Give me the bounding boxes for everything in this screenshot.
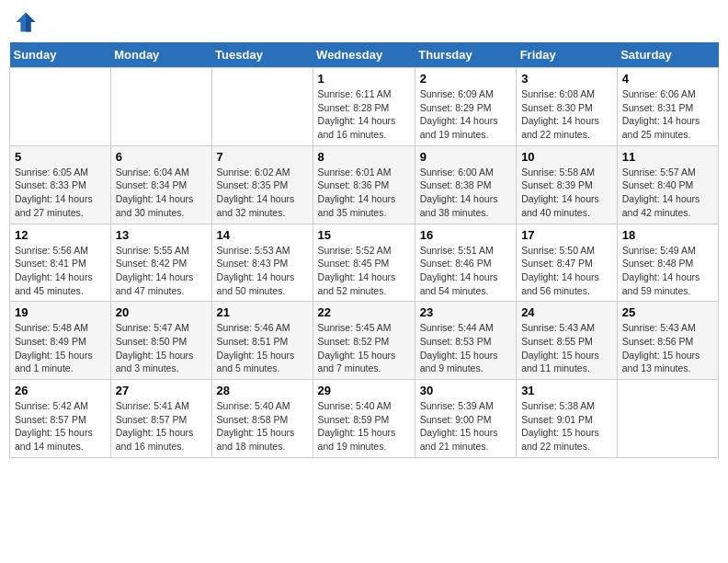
day-number: 17 (521, 228, 612, 242)
day-of-week-header: Saturday (617, 42, 718, 68)
day-number: 25 (622, 305, 713, 319)
day-info: Sunrise: 6:11 AM Sunset: 8:28 PM Dayligh… (318, 87, 410, 142)
calendar-cell: 17Sunrise: 5:50 AM Sunset: 8:47 PM Dayli… (517, 224, 618, 302)
day-number: 24 (521, 305, 612, 319)
day-info: Sunrise: 5:43 AM Sunset: 8:56 PM Dayligh… (622, 321, 713, 375)
calendar-cell (10, 68, 111, 146)
day-info: Sunrise: 5:39 AM Sunset: 9:00 PM Dayligh… (420, 399, 511, 454)
day-info: Sunrise: 6:02 AM Sunset: 8:35 PM Dayligh… (217, 166, 308, 220)
day-info: Sunrise: 5:51 AM Sunset: 8:46 PM Dayligh… (420, 244, 511, 298)
calendar-cell: 24Sunrise: 5:43 AM Sunset: 8:55 PM Dayli… (517, 302, 618, 380)
calendar-cell: 28Sunrise: 5:40 AM Sunset: 8:58 PM Dayli… (211, 380, 313, 458)
day-number: 11 (622, 150, 713, 164)
day-number: 6 (116, 150, 207, 164)
calendar-cell: 1Sunrise: 6:11 AM Sunset: 8:28 PM Daylig… (313, 68, 415, 146)
day-info: Sunrise: 5:40 AM Sunset: 8:59 PM Dayligh… (318, 399, 410, 454)
calendar-cell: 19Sunrise: 5:48 AM Sunset: 8:49 PM Dayli… (10, 302, 111, 380)
calendar-cell: 7Sunrise: 6:02 AM Sunset: 8:35 PM Daylig… (211, 145, 313, 224)
day-number: 23 (420, 305, 511, 319)
day-number: 10 (521, 150, 612, 164)
calendar-cell: 21Sunrise: 5:46 AM Sunset: 8:51 PM Dayli… (211, 302, 313, 380)
calendar-cell: 12Sunrise: 5:56 AM Sunset: 8:41 PM Dayli… (10, 224, 111, 302)
calendar-cell: 5Sunrise: 6:05 AM Sunset: 8:33 PM Daylig… (10, 145, 111, 224)
day-info: Sunrise: 6:08 AM Sunset: 8:30 PM Dayligh… (521, 87, 612, 142)
day-number: 3 (521, 72, 612, 86)
logo-icon (13, 9, 39, 35)
day-number: 7 (217, 150, 308, 164)
day-number: 4 (622, 72, 713, 86)
calendar-cell: 10Sunrise: 5:58 AM Sunset: 8:39 PM Dayli… (517, 145, 618, 224)
calendar-cell: 20Sunrise: 5:47 AM Sunset: 8:50 PM Dayli… (110, 302, 211, 380)
day-info: Sunrise: 6:01 AM Sunset: 8:36 PM Dayligh… (318, 166, 410, 220)
calendar-cell: 30Sunrise: 5:39 AM Sunset: 9:00 PM Dayli… (415, 380, 516, 458)
calendar-week-row: 5Sunrise: 6:05 AM Sunset: 8:33 PM Daylig… (10, 145, 719, 224)
day-info: Sunrise: 5:56 AM Sunset: 8:41 PM Dayligh… (15, 244, 106, 298)
calendar-cell: 23Sunrise: 5:44 AM Sunset: 8:53 PM Dayli… (415, 302, 516, 380)
day-info: Sunrise: 5:58 AM Sunset: 8:39 PM Dayligh… (521, 166, 612, 220)
day-info: Sunrise: 6:09 AM Sunset: 8:29 PM Dayligh… (420, 87, 511, 142)
day-number: 26 (15, 384, 106, 397)
day-number: 31 (521, 384, 612, 397)
day-number: 12 (15, 228, 106, 242)
day-info: Sunrise: 5:49 AM Sunset: 8:48 PM Dayligh… (622, 244, 713, 298)
calendar-week-row: 19Sunrise: 5:48 AM Sunset: 8:49 PM Dayli… (10, 302, 719, 380)
day-number: 19 (15, 305, 106, 319)
day-number: 18 (622, 228, 713, 242)
day-number: 21 (217, 305, 308, 319)
calendar-cell: 11Sunrise: 5:57 AM Sunset: 8:40 PM Dayli… (617, 145, 718, 224)
day-info: Sunrise: 6:06 AM Sunset: 8:31 PM Dayligh… (622, 87, 713, 142)
calendar-cell: 29Sunrise: 5:40 AM Sunset: 8:59 PM Dayli… (313, 380, 415, 458)
day-info: Sunrise: 5:53 AM Sunset: 8:43 PM Dayligh… (217, 244, 308, 298)
logo (13, 9, 42, 35)
day-info: Sunrise: 5:44 AM Sunset: 8:53 PM Dayligh… (420, 321, 511, 375)
day-number: 1 (318, 72, 410, 86)
day-number: 9 (420, 150, 511, 164)
day-number: 14 (217, 228, 308, 242)
day-number: 28 (217, 384, 308, 397)
calendar-cell: 3Sunrise: 6:08 AM Sunset: 8:30 PM Daylig… (517, 68, 618, 146)
day-of-week-header: Thursday (415, 42, 516, 68)
calendar-week-row: 1Sunrise: 6:11 AM Sunset: 8:28 PM Daylig… (10, 68, 719, 146)
calendar-week-row: 12Sunrise: 5:56 AM Sunset: 8:41 PM Dayli… (10, 224, 719, 302)
svg-marker-1 (26, 13, 36, 32)
day-number: 15 (318, 228, 410, 242)
calendar-cell: 9Sunrise: 6:00 AM Sunset: 8:38 PM Daylig… (415, 145, 516, 224)
calendar-table: SundayMondayTuesdayWednesdayThursdayFrid… (9, 42, 719, 458)
day-number: 30 (420, 384, 511, 397)
calendar-cell: 15Sunrise: 5:52 AM Sunset: 8:45 PM Dayli… (313, 224, 415, 302)
day-info: Sunrise: 5:43 AM Sunset: 8:55 PM Dayligh… (521, 321, 612, 375)
day-of-week-header: Wednesday (313, 42, 415, 68)
day-info: Sunrise: 5:40 AM Sunset: 8:58 PM Dayligh… (217, 399, 308, 454)
calendar-cell: 27Sunrise: 5:41 AM Sunset: 8:57 PM Dayli… (110, 380, 211, 458)
day-info: Sunrise: 6:00 AM Sunset: 8:38 PM Dayligh… (420, 166, 511, 220)
calendar-cell: 2Sunrise: 6:09 AM Sunset: 8:29 PM Daylig… (415, 68, 516, 146)
day-number: 5 (15, 150, 106, 164)
calendar-cell: 13Sunrise: 5:55 AM Sunset: 8:42 PM Dayli… (110, 224, 211, 302)
day-number: 27 (116, 384, 207, 397)
calendar-cell (211, 68, 313, 146)
day-info: Sunrise: 5:50 AM Sunset: 8:47 PM Dayligh… (521, 244, 612, 298)
calendar-cell: 18Sunrise: 5:49 AM Sunset: 8:48 PM Dayli… (617, 224, 718, 302)
day-number: 13 (116, 228, 207, 242)
day-number: 2 (420, 72, 511, 86)
day-info: Sunrise: 5:46 AM Sunset: 8:51 PM Dayligh… (217, 321, 308, 375)
day-number: 29 (318, 384, 410, 397)
calendar-cell: 14Sunrise: 5:53 AM Sunset: 8:43 PM Dayli… (211, 224, 313, 302)
calendar-week-row: 26Sunrise: 5:42 AM Sunset: 8:57 PM Dayli… (10, 380, 719, 458)
day-info: Sunrise: 5:52 AM Sunset: 8:45 PM Dayligh… (318, 244, 410, 298)
calendar-cell: 22Sunrise: 5:45 AM Sunset: 8:52 PM Dayli… (313, 302, 415, 380)
day-number: 8 (318, 150, 410, 164)
day-info: Sunrise: 5:38 AM Sunset: 9:01 PM Dayligh… (521, 399, 612, 454)
day-number: 22 (318, 305, 410, 319)
day-info: Sunrise: 5:47 AM Sunset: 8:50 PM Dayligh… (116, 321, 207, 375)
day-of-week-header: Tuesday (211, 42, 313, 68)
day-info: Sunrise: 5:57 AM Sunset: 8:40 PM Dayligh… (622, 166, 713, 220)
page-header (9, 9, 719, 35)
calendar-cell: 25Sunrise: 5:43 AM Sunset: 8:56 PM Dayli… (617, 302, 718, 380)
day-info: Sunrise: 5:41 AM Sunset: 8:57 PM Dayligh… (116, 399, 207, 454)
day-of-week-header: Friday (517, 42, 618, 68)
calendar-header-row: SundayMondayTuesdayWednesdayThursdayFrid… (10, 42, 719, 68)
day-of-week-header: Monday (110, 42, 211, 68)
calendar-cell: 31Sunrise: 5:38 AM Sunset: 9:01 PM Dayli… (517, 380, 618, 458)
day-info: Sunrise: 5:45 AM Sunset: 8:52 PM Dayligh… (318, 321, 410, 375)
